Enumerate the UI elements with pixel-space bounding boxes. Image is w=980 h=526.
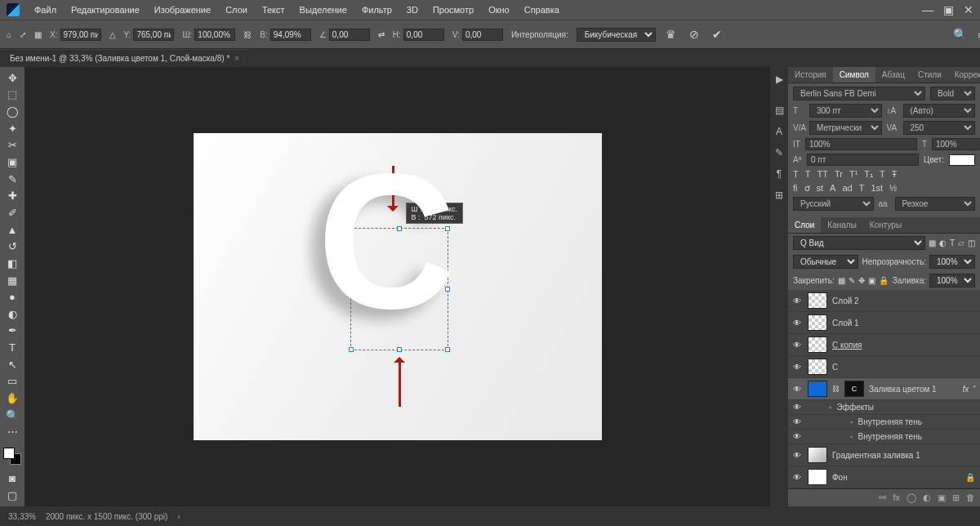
- h-input[interactable]: [270, 29, 311, 41]
- hand-tool[interactable]: ✋: [2, 390, 22, 406]
- close-tab-icon[interactable]: ×: [234, 54, 239, 63]
- tab-paths[interactable]: Контуры: [863, 217, 908, 233]
- filter-type-icon[interactable]: T: [950, 238, 955, 247]
- fill-input[interactable]: 100%: [929, 274, 975, 288]
- layer-thumb[interactable]: [808, 337, 827, 353]
- tab-adjust[interactable]: Коррекция: [948, 67, 980, 82]
- layer-thumb[interactable]: [808, 381, 827, 397]
- dodge-tool[interactable]: ◐: [2, 306, 22, 322]
- leading-input[interactable]: (Авто): [903, 104, 976, 118]
- link-layers-icon[interactable]: ⚯: [879, 493, 886, 503]
- tracking-input[interactable]: 250: [903, 121, 976, 135]
- panel-icon-2[interactable]: A: [772, 124, 786, 139]
- layer-search[interactable]: Q Вид: [793, 236, 925, 250]
- fx-badge[interactable]: fx ˅: [962, 385, 975, 394]
- panel-icon-3[interactable]: ✎: [772, 145, 786, 160]
- marquee-tool[interactable]: ⬚: [2, 87, 22, 103]
- tab-history[interactable]: История: [788, 67, 833, 82]
- layer-name[interactable]: Внутренняя тень: [858, 432, 975, 441]
- blur-tool[interactable]: ●: [2, 289, 22, 305]
- menu-help[interactable]: Справка: [524, 5, 559, 15]
- menu-view[interactable]: Просмотр: [433, 5, 474, 15]
- visibility-icon[interactable]: 👁: [793, 473, 803, 482]
- pen-tool[interactable]: ✒: [2, 323, 22, 339]
- menu-edit[interactable]: Редактирование: [71, 5, 140, 15]
- layer-row[interactable]: 👁Слой 1: [788, 312, 980, 334]
- delete-layer-icon[interactable]: 🗑: [966, 493, 975, 503]
- menu-text[interactable]: Текст: [262, 5, 285, 15]
- layer-name[interactable]: Заливка цветом 1: [869, 385, 957, 394]
- wand-tool[interactable]: ✦: [2, 121, 22, 136]
- discret-btn[interactable]: st: [817, 183, 824, 194]
- menu-file[interactable]: Файл: [34, 5, 56, 15]
- move-tool[interactable]: ✥: [2, 70, 22, 86]
- caps-btn[interactable]: TT: [817, 169, 827, 180]
- tab-paragraph[interactable]: Абзац: [875, 67, 911, 82]
- layer-row[interactable]: 👁С копия: [788, 334, 980, 356]
- size-input[interactable]: 300 пт: [809, 104, 882, 118]
- layer-thumb[interactable]: [808, 314, 827, 331]
- menu-window[interactable]: Окно: [488, 5, 510, 15]
- more-tools[interactable]: ⋯: [2, 424, 22, 439]
- history-brush-tool[interactable]: ↺: [2, 238, 22, 254]
- cancel-icon[interactable]: ⊘: [687, 27, 702, 42]
- layer-name[interactable]: С копия: [832, 341, 975, 350]
- underline-btn[interactable]: T: [880, 169, 885, 180]
- filter-adjust-icon[interactable]: ◐: [939, 238, 947, 247]
- quickmask-tool[interactable]: ◙: [2, 471, 22, 487]
- tab-styles[interactable]: Стили: [911, 67, 948, 82]
- lock-pos-icon[interactable]: ✥: [858, 276, 865, 285]
- x-input[interactable]: [60, 29, 101, 41]
- layer-mask-icon[interactable]: ◯: [906, 493, 916, 503]
- layer-thumb[interactable]: [808, 292, 827, 309]
- type-tool[interactable]: T: [2, 340, 22, 355]
- canvas-area[interactable]: Ш : 442 пикс. В : 572 пикс.: [24, 67, 770, 506]
- tab-character[interactable]: Символ: [833, 67, 875, 82]
- italic-btn[interactable]: T: [805, 169, 811, 180]
- alt-btn[interactable]: ơ: [804, 183, 810, 194]
- tab-layers[interactable]: Слои: [788, 217, 821, 233]
- vskew-input[interactable]: [462, 29, 503, 41]
- layer-name[interactable]: Слой 1: [832, 319, 975, 328]
- opacity-input[interactable]: 100%: [929, 255, 975, 269]
- panel-icon-1[interactable]: ▤: [772, 103, 786, 118]
- menu-filter[interactable]: Фильтр: [362, 5, 392, 15]
- ordinal-btn[interactable]: 1st: [871, 183, 883, 194]
- visibility-icon[interactable]: 👁: [793, 432, 803, 441]
- visibility-icon[interactable]: 👁: [793, 363, 803, 372]
- visibility-icon[interactable]: 👁: [793, 417, 803, 426]
- close-icon[interactable]: ✕: [964, 3, 973, 16]
- lock-nest-icon[interactable]: ▣: [868, 276, 875, 285]
- minimize-icon[interactable]: —: [922, 3, 933, 16]
- bold-btn[interactable]: T: [793, 169, 799, 180]
- play-icon[interactable]: ▶: [772, 72, 786, 87]
- visibility-icon[interactable]: 👁: [793, 451, 803, 460]
- angle-input[interactable]: [329, 29, 370, 41]
- lock-pixel-icon[interactable]: ✎: [849, 276, 855, 285]
- new-fill-icon[interactable]: ◐: [923, 493, 931, 503]
- path-tool[interactable]: ↖: [2, 357, 22, 372]
- w-input[interactable]: [194, 29, 235, 41]
- layer-name[interactable]: С: [832, 363, 975, 372]
- menu-3d[interactable]: 3D: [407, 5, 418, 15]
- lock-trans-icon[interactable]: ▦: [838, 276, 845, 285]
- menu-select[interactable]: Выделение: [300, 5, 347, 15]
- kerning-select[interactable]: Метрически: [809, 121, 882, 135]
- visibility-icon[interactable]: 👁: [793, 403, 803, 412]
- search-icon[interactable]: 🔍: [953, 27, 968, 42]
- zoom-readout[interactable]: 33,33%: [8, 512, 36, 521]
- transform-tool-icon[interactable]: ⤢: [20, 30, 26, 39]
- color-swatches[interactable]: [3, 448, 21, 465]
- layer-name[interactable]: Градиентная заливка 1: [832, 451, 975, 460]
- status-arrow[interactable]: ›: [177, 512, 180, 521]
- layer-row[interactable]: 👁С: [788, 356, 980, 378]
- layer-name[interactable]: Фон: [832, 473, 960, 482]
- visibility-icon[interactable]: 👁: [793, 296, 803, 305]
- visibility-icon[interactable]: 👁: [793, 319, 803, 328]
- layer-row[interactable]: 👁⛓CЗаливка цветом 1fx ˅: [788, 378, 980, 400]
- smallcaps-btn[interactable]: Tr: [835, 169, 843, 180]
- blend-mode[interactable]: Обычные: [793, 255, 858, 269]
- layer-name[interactable]: Слой 2: [832, 296, 975, 305]
- menu-image[interactable]: Изображение: [154, 5, 211, 15]
- sub-btn[interactable]: T₁: [864, 169, 873, 180]
